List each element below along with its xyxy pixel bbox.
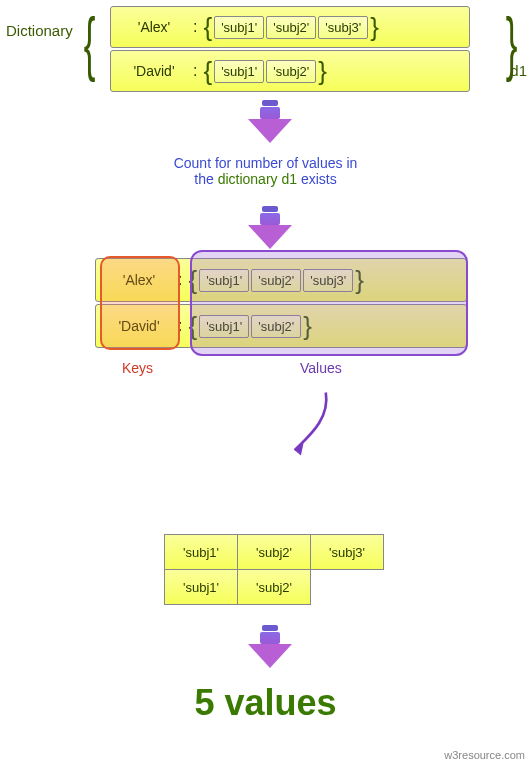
brace-close-icon: } — [318, 56, 327, 87]
colon-sep: : — [193, 18, 197, 36]
table-cell: 'subj1' — [164, 569, 238, 605]
dict-row-david: 'David' : { 'subj1' 'subj2' } — [110, 50, 470, 92]
colon-sep: : — [178, 271, 182, 289]
dict-row-alex: 'Alex' : { 'subj1' 'subj2' 'subj3' } — [95, 258, 467, 302]
curve-arrow-icon — [278, 388, 338, 468]
key-david: 'David' — [104, 318, 174, 334]
dictionary-box: 'Alex' : { 'subj1' 'subj2' 'subj3' } 'Da… — [110, 6, 470, 94]
val-cell: 'subj2' — [266, 60, 316, 83]
brace-left-icon: { — [84, 8, 96, 78]
table-cell: 'subj2' — [237, 534, 311, 570]
colon-sep: : — [193, 62, 197, 80]
table-cell: 'subj1' — [164, 534, 238, 570]
val-cell: 'subj3' — [318, 16, 368, 39]
down-arrow-icon — [248, 100, 292, 144]
colon-sep: : — [178, 317, 182, 335]
val-cell: 'subj2' — [251, 315, 301, 338]
result-text: 5 values — [0, 682, 531, 724]
brace-open-icon: { — [203, 12, 212, 43]
brace-close-icon: } — [355, 265, 364, 296]
val-cell: 'subj1' — [214, 60, 264, 83]
table-cell: 'subj2' — [237, 569, 311, 605]
brace-open-icon: { — [188, 311, 197, 342]
down-arrow-icon — [248, 625, 292, 669]
val-cell: 'subj1' — [199, 269, 249, 292]
dict-row-david: 'David' : { 'subj1' 'subj2' } — [95, 304, 467, 348]
values-label: Values — [300, 360, 342, 376]
val-cell: 'subj1' — [199, 315, 249, 338]
brace-close-icon: } — [370, 12, 379, 43]
val-cell: 'subj3' — [303, 269, 353, 292]
dictionary-label: Dictionary — [6, 22, 73, 39]
brace-open-icon: { — [203, 56, 212, 87]
flat-values-table: 'subj1' 'subj2' 'subj3' 'subj1' 'subj2' — [165, 535, 387, 605]
key-david: 'David' — [119, 63, 189, 79]
dictionary-keys-values-box: 'Alex' : { 'subj1' 'subj2' 'subj3' } 'Da… — [95, 258, 467, 350]
key-alex: 'Alex' — [119, 19, 189, 35]
brace-close-icon: } — [303, 311, 312, 342]
d1-label: d1 — [510, 62, 527, 79]
val-cell: 'subj2' — [251, 269, 301, 292]
brace-open-icon: { — [188, 265, 197, 296]
keys-label: Keys — [122, 360, 153, 376]
dict-row-alex: 'Alex' : { 'subj1' 'subj2' 'subj3' } — [110, 6, 470, 48]
caption: Count for number of values in the dictio… — [0, 155, 531, 187]
down-arrow-icon — [248, 206, 292, 250]
val-cell: 'subj2' — [266, 16, 316, 39]
footer-credit: w3resource.com — [444, 749, 525, 761]
key-alex: 'Alex' — [104, 272, 174, 288]
val-cell: 'subj1' — [214, 16, 264, 39]
table-cell: 'subj3' — [310, 534, 384, 570]
